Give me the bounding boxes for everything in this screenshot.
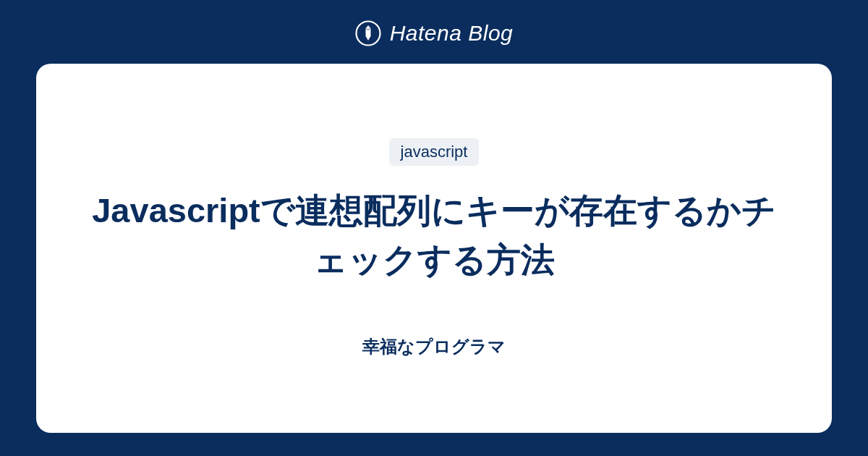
site-header: Hatena Blog [355, 0, 514, 64]
article-card: javascript Javascriptで連想配列にキーが存在するかチェックす… [36, 64, 832, 433]
category-tag: javascript [389, 138, 480, 166]
article-title: Javascriptで連想配列にキーが存在するかチェックする方法 [80, 186, 788, 284]
hatena-logo-icon [355, 20, 381, 46]
blog-name: 幸福なプログラマ [362, 335, 506, 358]
brand-name: Hatena Blog [390, 21, 514, 46]
